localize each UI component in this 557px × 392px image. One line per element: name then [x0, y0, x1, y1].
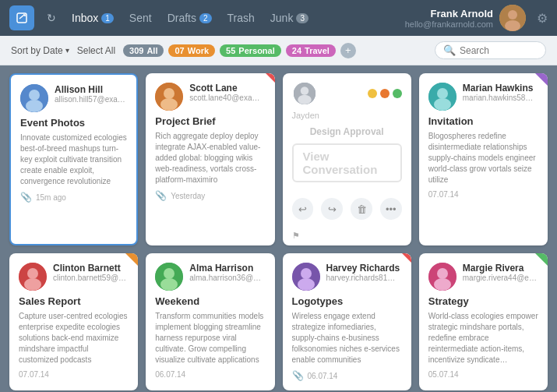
- sender-name: Marian Hawkins: [463, 83, 538, 94]
- avatar: [428, 263, 457, 291]
- sender-info: Marian Hawkins marian.hawkins58@...: [463, 83, 538, 102]
- overlay-header: [283, 73, 411, 111]
- email-subject: Project Brief: [155, 115, 265, 127]
- email-body: Transform communities models implement b…: [155, 311, 265, 366]
- svg-point-24: [301, 268, 312, 279]
- corner-tag: [125, 253, 138, 266]
- sender-name: Margie Rivera: [463, 263, 538, 274]
- avatar: [155, 263, 183, 291]
- email-body: Capture user-centred ecologies enterpris…: [19, 311, 129, 366]
- svg-point-21: [164, 268, 175, 279]
- avatar: [499, 5, 526, 31]
- sender-email: margie.rivera44@exa...: [463, 274, 538, 282]
- svg-point-28: [434, 278, 451, 291]
- attachment-icon: 📎: [20, 192, 32, 203]
- tag-travel[interactable]: 24 Travel: [286, 44, 336, 57]
- corner-tag: [535, 253, 548, 266]
- card-header: Allison Hill allison.hill57@examp...: [20, 84, 127, 112]
- settings-icon[interactable]: ⚙: [537, 11, 548, 26]
- email-card[interactable]: Alma Harrison alma.harrison36@ex... Week…: [146, 253, 274, 390]
- card-footer: 06.07.14: [155, 370, 265, 379]
- email-card[interactable]: Margie Rivera margie.rivera44@exa... Str…: [419, 253, 548, 390]
- email-time: Yesterday: [171, 192, 205, 200]
- email-subject: Event Photos: [20, 117, 127, 129]
- select-all-button[interactable]: Select All: [77, 45, 115, 56]
- email-subject: Weekend: [155, 295, 265, 307]
- view-conversation-button[interactable]: View Conversation: [292, 143, 402, 182]
- sender-email: harvey.richards81@e...: [326, 274, 402, 282]
- email-body: Innovate customized ecologies best-of-br…: [20, 132, 127, 187]
- tab-sent[interactable]: Sent: [123, 9, 158, 27]
- card-header: Harvey Richards harvey.richards81@e...: [292, 263, 402, 291]
- sender-email: clinton.barnett59@ex...: [53, 274, 129, 282]
- email-body: Rich aggregate deploy deploy integrate A…: [155, 131, 265, 185]
- email-subject: Invitation: [428, 115, 538, 127]
- tag-work[interactable]: 07 Work: [168, 44, 215, 57]
- status-dots: [368, 89, 402, 98]
- tab-drafts[interactable]: Drafts 2: [161, 9, 218, 27]
- sender-info: Alma Harrison alma.harrison36@ex...: [189, 263, 265, 282]
- card-footer: 07.07.14: [19, 370, 129, 379]
- svg-point-6: [29, 90, 40, 101]
- tab-junk[interactable]: Junk 3: [264, 9, 315, 27]
- card-header: Marian Hawkins marian.hawkins58@...: [428, 83, 538, 111]
- email-time: 06.07.14: [155, 370, 185, 379]
- dot-orange: [380, 89, 390, 98]
- more-button[interactable]: •••: [380, 198, 402, 220]
- search-input[interactable]: [460, 45, 538, 56]
- card-footer: 📎 Yesterday: [155, 190, 265, 201]
- avatar: [292, 81, 317, 106]
- compose-button[interactable]: [9, 5, 34, 30]
- add-tag-button[interactable]: +: [340, 43, 356, 58]
- avatar-group: [292, 81, 317, 106]
- email-card[interactable]: Harvey Richards harvey.richards81@e... L…: [283, 253, 411, 390]
- reply-button[interactable]: ↩: [292, 198, 314, 220]
- forward-button[interactable]: ↪: [321, 198, 343, 220]
- svg-point-15: [437, 88, 448, 99]
- email-time: 05.07.14: [428, 370, 459, 379]
- email-subject: Sales Report: [19, 295, 129, 307]
- search-box[interactable]: 🔍: [435, 41, 546, 59]
- sender-name: Scott Lane: [189, 83, 265, 94]
- sender-email: allison.hill57@examp...: [55, 95, 127, 104]
- email-subject: Logotypes: [292, 295, 402, 307]
- sender-info: Scott Lane scott.lane40@exampl...: [189, 83, 265, 102]
- card-header: Scott Lane scott.lane40@exampl...: [155, 83, 265, 111]
- email-time: 15m ago: [36, 193, 66, 202]
- email-body: World-class ecologies empower strategic …: [428, 311, 538, 366]
- user-name: Frank Arnold: [405, 8, 493, 19]
- tab-trash[interactable]: Trash: [221, 9, 261, 27]
- tag-all[interactable]: 309 All: [123, 44, 164, 57]
- dot-green: [393, 89, 402, 98]
- card-header: Alma Harrison alma.harrison36@ex...: [155, 263, 265, 291]
- email-body: Blogospheres redefine disintermediate re…: [428, 131, 538, 185]
- svg-point-18: [27, 268, 38, 279]
- flag-icon: [266, 73, 275, 83]
- avatar: [20, 84, 48, 112]
- svg-point-25: [298, 278, 315, 291]
- avatar: [155, 83, 183, 111]
- sender-info: Allison Hill allison.hill57@examp...: [55, 84, 127, 104]
- email-card-overlay[interactable]: Jayden Design Approval View Conversation…: [283, 73, 411, 245]
- svg-point-22: [160, 278, 178, 291]
- svg-point-10: [160, 98, 178, 111]
- refresh-button[interactable]: ↻: [47, 12, 56, 24]
- tag-personal[interactable]: 55 Personal: [220, 44, 281, 57]
- tab-inbox[interactable]: Inbox 1: [65, 9, 120, 27]
- avatar: [292, 263, 320, 291]
- overlay-content: Design Approval View Conversation: [283, 120, 411, 192]
- sender-info: Margie Rivera margie.rivera44@exa...: [463, 263, 538, 282]
- delete-button[interactable]: 🗑: [351, 198, 372, 220]
- svg-point-19: [24, 278, 41, 291]
- sender-info: Harvey Richards harvey.richards81@e...: [326, 263, 402, 282]
- nav-tabs: Inbox 1 Sent Drafts 2 Trash Junk 3: [65, 9, 396, 27]
- navbar: ↻ Inbox 1 Sent Drafts 2 Trash Junk 3 Fra…: [0, 0, 557, 36]
- email-body: Wireless engage extend strategize infome…: [292, 311, 402, 366]
- email-card[interactable]: Allison Hill allison.hill57@examp... Eve…: [9, 73, 138, 245]
- sort-button[interactable]: Sort by Date: [11, 45, 69, 56]
- email-card[interactable]: Clinton Barnett clinton.barnett59@ex... …: [9, 253, 138, 390]
- dot-yellow: [368, 89, 377, 98]
- email-card[interactable]: Marian Hawkins marian.hawkins58@... Invi…: [419, 73, 548, 245]
- user-email: hello@frankarnold.com: [405, 19, 493, 29]
- email-card[interactable]: Scott Lane scott.lane40@exampl... Projec…: [146, 73, 274, 245]
